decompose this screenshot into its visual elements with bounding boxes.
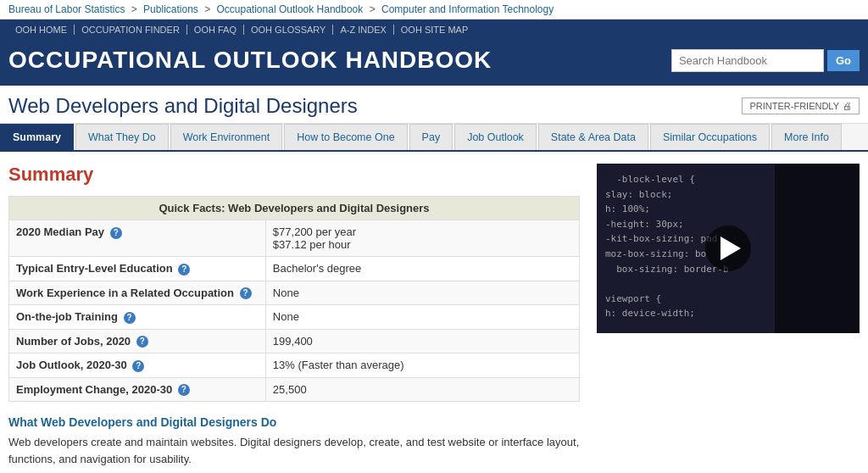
table-row: On-the-job Training ? None bbox=[9, 305, 580, 330]
printer-icon: 🖨 bbox=[843, 101, 852, 111]
play-button[interactable] bbox=[705, 225, 751, 271]
play-triangle-icon bbox=[721, 236, 741, 260]
breadcrumb: Bureau of Labor Statistics > Publication… bbox=[0, 0, 868, 19]
nav-ooh-site-map[interactable]: OOH SITE MAP bbox=[394, 25, 475, 35]
page-title-bar: Web Developers and Digital Designers PRI… bbox=[0, 86, 868, 124]
table-caption-row: Quick Facts: Web Developers and Digital … bbox=[9, 197, 580, 220]
tab-more-info[interactable]: More Info bbox=[771, 124, 842, 150]
video-overlay bbox=[597, 164, 860, 333]
tab-pay[interactable]: Pay bbox=[409, 124, 453, 150]
nav-az-index[interactable]: A-Z INDEX bbox=[333, 25, 393, 35]
info-icon-employment-change[interactable]: ? bbox=[178, 384, 190, 396]
content-left: Summary Quick Facts: Web Developers and … bbox=[8, 164, 580, 467]
tab-navigation: Summary What They Do Work Environment Ho… bbox=[0, 124, 868, 152]
row-label: Work Experience in a Related Occupation … bbox=[9, 281, 266, 305]
info-icon-num-jobs[interactable]: ? bbox=[136, 336, 148, 348]
search-input[interactable] bbox=[671, 49, 824, 72]
table-row: Number of Jobs, 2020 ? 199,400 bbox=[9, 329, 580, 353]
breadcrumb-bls[interactable]: Bureau of Labor Statistics bbox=[8, 3, 125, 15]
top-nav-bar: OOH HOME OCCUPATION FINDER OOH FAQ OOH G… bbox=[0, 19, 868, 38]
row-value-num-jobs: 199,400 bbox=[265, 329, 579, 353]
tab-work-environment[interactable]: Work Environment bbox=[170, 124, 283, 150]
row-value-entry-education: Bachelor's degree bbox=[265, 257, 579, 281]
label-ojt: On-the-job Training bbox=[16, 310, 118, 323]
label-employment-change: Employment Change, 2020-30 bbox=[16, 383, 172, 396]
table-row: Job Outlook, 2020-30 ? 13% (Faster than … bbox=[9, 353, 580, 378]
video-player[interactable]: -block-level { slay: block; h: 100%; -he… bbox=[597, 164, 860, 333]
label-num-jobs: Number of Jobs, 2020 bbox=[16, 335, 131, 348]
content-right: -block-level { slay: block; h: 100%; -he… bbox=[597, 164, 860, 467]
row-label: Typical Entry-Level Education ? bbox=[9, 257, 266, 281]
summary-heading: Summary bbox=[8, 164, 580, 186]
info-icon-work-experience[interactable]: ? bbox=[240, 287, 252, 299]
quick-facts-table: Quick Facts: Web Developers and Digital … bbox=[8, 196, 580, 402]
table-row: Typical Entry-Level Education ? Bachelor… bbox=[9, 257, 580, 281]
info-icon-job-outlook[interactable]: ? bbox=[132, 360, 144, 372]
info-icon-entry-education[interactable]: ? bbox=[178, 264, 190, 275]
breadcrumb-ooh[interactable]: Occupational Outlook Handbook bbox=[217, 3, 364, 15]
table-row: Employment Change, 2020-30 ? 25,500 bbox=[9, 377, 580, 402]
info-icon-ojt[interactable]: ? bbox=[124, 312, 136, 324]
breadcrumb-publications[interactable]: Publications bbox=[143, 3, 198, 15]
site-header: OCCUPATIONAL OUTLOOK HANDBOOK Go bbox=[0, 38, 868, 86]
label-entry-education: Typical Entry-Level Education bbox=[16, 262, 173, 275]
tab-what-they-do[interactable]: What They Do bbox=[75, 124, 169, 150]
page-title: Web Developers and Digital Designers bbox=[8, 94, 358, 118]
tab-job-outlook[interactable]: Job Outlook bbox=[454, 124, 537, 150]
table-row: Work Experience in a Related Occupation … bbox=[9, 281, 580, 305]
nav-ooh-faq[interactable]: OOH FAQ bbox=[187, 25, 244, 35]
tab-summary[interactable]: Summary bbox=[0, 124, 74, 150]
info-icon-median-pay[interactable]: ? bbox=[110, 227, 122, 239]
what-they-do-text: Web developers create and maintain websi… bbox=[8, 434, 580, 467]
printer-friendly-link[interactable]: PRINTER-FRIENDLY 🖨 bbox=[742, 97, 860, 114]
main-content: Summary Quick Facts: Web Developers and … bbox=[0, 152, 868, 473]
table-caption: Quick Facts: Web Developers and Digital … bbox=[9, 197, 580, 220]
nav-ooh-glossary[interactable]: OOH GLOSSARY bbox=[244, 25, 333, 35]
row-value-work-experience: None bbox=[265, 281, 579, 305]
printer-friendly-label: PRINTER-FRIENDLY bbox=[749, 101, 839, 111]
tab-state-area-data[interactable]: State & Area Data bbox=[538, 124, 648, 150]
nav-occupation-finder[interactable]: OCCUPATION FINDER bbox=[75, 25, 187, 35]
row-value-job-outlook: 13% (Faster than average) bbox=[265, 353, 579, 378]
nav-ooh-home[interactable]: OOH HOME bbox=[8, 25, 75, 35]
row-value-employment-change: 25,500 bbox=[265, 377, 579, 402]
search-area: Go bbox=[671, 49, 860, 72]
what-they-do-link[interactable]: What Web Developers and Digital Designer… bbox=[8, 415, 580, 429]
row-label: Job Outlook, 2020-30 ? bbox=[9, 353, 266, 378]
tab-how-to-become[interactable]: How to Become One bbox=[284, 124, 407, 150]
label-job-outlook: Job Outlook, 2020-30 bbox=[16, 359, 127, 371]
row-value-ojt: None bbox=[265, 305, 579, 330]
site-title: OCCUPATIONAL OUTLOOK HANDBOOK bbox=[8, 47, 492, 74]
row-label: Employment Change, 2020-30 ? bbox=[9, 377, 266, 402]
row-value-median-pay: $77,200 per year$37.12 per hour bbox=[265, 220, 579, 257]
search-button[interactable]: Go bbox=[827, 50, 860, 71]
breadcrumb-category[interactable]: Computer and Information Technology bbox=[381, 3, 554, 15]
top-nav-links: OOH HOME OCCUPATION FINDER OOH FAQ OOH G… bbox=[8, 19, 860, 38]
row-label: Number of Jobs, 2020 ? bbox=[9, 329, 266, 353]
table-row: 2020 Median Pay ? $77,200 per year$37.12… bbox=[9, 220, 580, 257]
label-median-pay: 2020 Median Pay bbox=[16, 225, 104, 238]
label-work-experience: Work Experience in a Related Occupation bbox=[16, 287, 234, 299]
tab-similar-occupations[interactable]: Similar Occupations bbox=[650, 124, 770, 150]
row-label: On-the-job Training ? bbox=[9, 305, 266, 330]
row-label: 2020 Median Pay ? bbox=[9, 220, 266, 257]
